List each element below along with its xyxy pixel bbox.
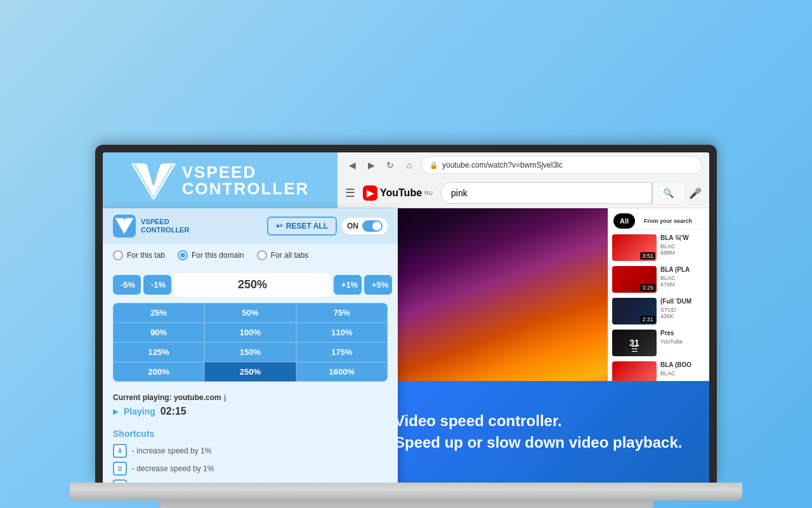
- speed-display[interactable]: [174, 273, 331, 297]
- browser-chrome: ◀ ▶ ↻ ⌂ 🔒 youtube.com/watch?v=bwmSjvel3l…: [337, 152, 709, 208]
- list-item[interactable]: 31 ☰ Pres YouTube: [608, 327, 709, 359]
- home-button[interactable]: ⌂: [402, 158, 416, 172]
- preset-100[interactable]: 100%: [204, 323, 296, 342]
- video-thumbnail: 31 ☰: [612, 330, 657, 356]
- playing-status: ▶ Playing 02:15: [113, 406, 388, 417]
- youtube-search-bar[interactable]: [440, 182, 652, 204]
- preset-175[interactable]: 175%: [296, 342, 388, 362]
- address-text: youtube.com/watch?v=bwmSjvel3lc: [442, 161, 563, 170]
- video-channel: BLAC: [660, 243, 705, 250]
- video-title: Pres: [660, 330, 705, 337]
- address-bar[interactable]: 🔒 youtube.com/watch?v=bwmSjvel3lc: [421, 156, 702, 174]
- back-button[interactable]: ◀: [345, 158, 359, 172]
- scope-this-domain[interactable]: For this domain: [178, 250, 244, 260]
- preset-200[interactable]: 200%: [113, 362, 204, 382]
- list-item[interactable]: 3:29 BLA (PLA BLAC 676M: [608, 264, 709, 295]
- video-title: (Full 'DUM: [660, 298, 705, 305]
- vspeed-v-icon: [131, 161, 176, 199]
- scope-this-tab[interactable]: For this tab: [113, 250, 165, 260]
- scope-this-domain-label: For this domain: [192, 251, 244, 260]
- youtube-search-button[interactable]: 🔍: [652, 183, 684, 203]
- list-item[interactable]: 3:51 BLA 딕'W BLAC 688M: [608, 232, 709, 264]
- shortcut-key-d: D: [113, 462, 127, 476]
- preset-250[interactable]: 250%: [204, 362, 296, 382]
- vspeed-subtitle: CONTROLLER: [182, 180, 310, 197]
- preset-150[interactable]: 150%: [204, 342, 296, 362]
- speed-buttons: -5% -1% +1% +5%: [113, 273, 388, 297]
- menu-button[interactable]: ☰: [345, 186, 355, 200]
- scope-all-tabs[interactable]: For all tabs: [257, 250, 308, 260]
- laptop-screen: VSPEED CONTROLLER ◀ ▶ ↻ ⌂ 🔒 youtube.com/…: [103, 152, 709, 483]
- preset-1600[interactable]: 1600%: [296, 362, 388, 382]
- video-thumbnail: 3:29: [612, 266, 657, 293]
- radio-inner: [180, 253, 185, 258]
- scope-this-tab-label: For this tab: [127, 251, 165, 260]
- popup-controls: ↩ RESET ALL ON: [267, 217, 388, 236]
- toggle-switch: [362, 220, 383, 232]
- video-views: 676M: [660, 281, 705, 288]
- hero-line-1: Video speed controller.: [395, 410, 682, 432]
- youtube-logo: ▶ YouTube RU: [363, 185, 433, 201]
- youtube-region-badge: RU: [424, 190, 433, 196]
- increase-1-button[interactable]: +1%: [334, 275, 362, 295]
- on-label: ON: [347, 222, 358, 231]
- popup-logo-text: VSPEED CONTROLLER: [141, 218, 189, 234]
- sidebar-tab-all[interactable]: All: [613, 213, 635, 229]
- on-off-toggle[interactable]: ON: [342, 218, 388, 234]
- hero-banner: Video speed controller. Speed up or slow…: [369, 381, 709, 483]
- popup-header: VSPEED CONTROLLER ↩ RESET ALL ON: [103, 208, 398, 244]
- video-info: (Full 'DUM STUD 435K: [660, 298, 705, 324]
- video-title: BLA (PLA: [660, 266, 705, 274]
- radio-all-tabs: [257, 250, 267, 260]
- current-playing-label: Current playing: youtube.com ℹ: [113, 393, 388, 403]
- preset-50[interactable]: 50%: [204, 303, 296, 323]
- toggle-knob: [372, 222, 381, 231]
- preset-75[interactable]: 75%: [296, 303, 388, 323]
- video-channel: BLAC: [660, 275, 705, 281]
- reload-button[interactable]: ↻: [383, 158, 397, 172]
- youtube-logo-text: YouTube: [380, 187, 422, 199]
- decrease-1-button[interactable]: -1%: [143, 275, 171, 295]
- playing-text: Playing: [124, 406, 155, 417]
- video-thumbnail: 3:51: [612, 234, 657, 261]
- decrease-5-button[interactable]: -5%: [113, 275, 141, 295]
- preset-125[interactable]: 125%: [113, 342, 204, 362]
- video-info: BLA 딕'W BLAC 688M: [660, 234, 705, 261]
- video-duration: 3:29: [640, 284, 655, 291]
- youtube-search-input[interactable]: [441, 183, 652, 203]
- preset-25[interactable]: 25%: [113, 303, 204, 323]
- hero-text: Video speed controller. Speed up or slow…: [395, 410, 682, 453]
- popup-logo-icon: [113, 215, 136, 237]
- youtube-logo-icon: ▶: [363, 185, 377, 201]
- preset-90[interactable]: 90%: [113, 323, 204, 342]
- shortcut-key-a: A: [113, 444, 127, 458]
- info-button[interactable]: ℹ: [223, 393, 226, 403]
- lock-icon: 🔒: [429, 161, 438, 170]
- scope-selector: For this tab For this domain For all tab…: [103, 244, 398, 267]
- reset-all-button[interactable]: ↩ RESET ALL: [267, 217, 337, 236]
- browser-toolbar: ☰ ▶ YouTube RU 🔍 🎤: [337, 178, 709, 208]
- shortcuts-title: Shortcuts: [113, 429, 388, 439]
- video-duration: 3:51: [640, 252, 655, 260]
- shortcut-desc-d: - decrease speed by 1%: [132, 464, 214, 473]
- laptop-base: [70, 483, 742, 500]
- increase-5-button[interactable]: +5%: [364, 275, 392, 295]
- vspeed-logo: VSPEED CONTROLLER: [131, 161, 310, 199]
- laptop-container: VSPEED CONTROLLER ◀ ▶ ↻ ⌂ 🔒 youtube.com/…: [57, 145, 755, 508]
- radio-this-tab: [113, 250, 123, 260]
- forward-button[interactable]: ▶: [364, 158, 378, 172]
- list-item[interactable]: 2:31 (Full 'DUM STUD 435K: [608, 295, 709, 327]
- preset-110[interactable]: 110%: [296, 323, 388, 342]
- microphone-button[interactable]: 🎤: [689, 187, 702, 199]
- preset-row-1: 25% 50% 75%: [113, 303, 388, 323]
- video-duration: 2:31: [640, 316, 655, 323]
- hero-line-2: Speed up or slow down video playback.: [395, 432, 682, 453]
- sidebar-tab-from-search[interactable]: From your search: [638, 213, 698, 229]
- video-channel: BLAC: [660, 370, 705, 377]
- video-channel: STUD: [660, 307, 705, 313]
- vspeed-title: VSPEED: [182, 164, 310, 180]
- vspeed-brand-text: VSPEED CONTROLLER: [182, 164, 310, 197]
- browser-nav: ◀ ▶ ↻ ⌂ 🔒 youtube.com/watch?v=bwmSjvel3l…: [337, 152, 709, 178]
- current-playing-section: Current playing: youtube.com ℹ ▶ Playing…: [103, 388, 398, 422]
- shortcut-decrease: D - decrease speed by 1%: [113, 462, 388, 476]
